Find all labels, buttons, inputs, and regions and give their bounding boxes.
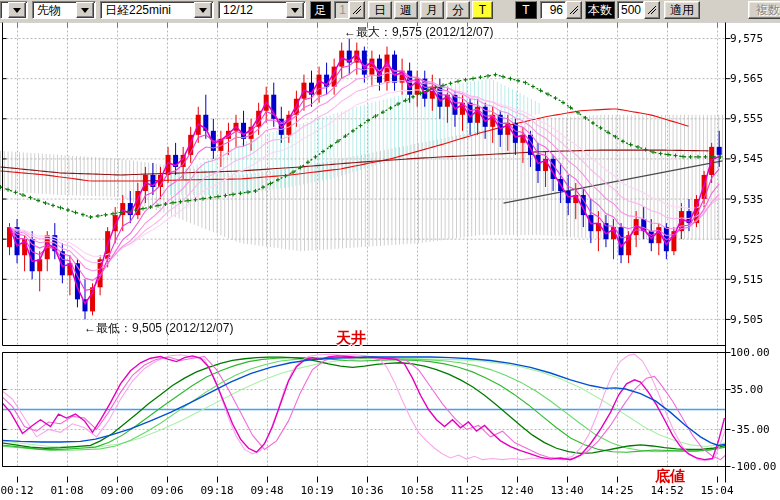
period-button-3[interactable]: 分 (446, 1, 470, 19)
period-button-2[interactable]: 月 (420, 1, 444, 19)
diagonal-spin-icon (352, 5, 362, 15)
bar-count-spinner-button[interactable] (644, 1, 660, 19)
oscillator-label: -35.00 (730, 423, 778, 436)
diagonal-spin-icon (647, 5, 657, 15)
chevron-down-icon[interactable] (8, 2, 26, 18)
t-value-spinner-button[interactable] (566, 1, 582, 19)
time-label: 09:18 (197, 484, 237, 497)
main-price-label: 9,535 (730, 193, 778, 206)
multi-symbol-button[interactable]: 複数銘柄 (748, 1, 780, 19)
chevron-down-icon[interactable] (286, 2, 304, 18)
interval-spinner-button[interactable] (349, 1, 365, 19)
chart-application-window: 先物 日経225mini 12/12 足 1 日週月分 T T 96 本数 50… (0, 0, 780, 500)
time-label: 09:06 (147, 484, 187, 497)
main-price-label: 9,555 (730, 112, 778, 125)
symbol-category-combobox[interactable]: 先物 (32, 1, 96, 19)
t-mode-button[interactable]: T (515, 1, 537, 19)
main-price-label: 9,525 (730, 233, 778, 246)
period-button-1[interactable]: 週 (394, 1, 418, 19)
chevron-down-icon[interactable] (194, 2, 212, 18)
main-price-label: 9,505 (730, 313, 778, 326)
main-price-label: 9,575 (730, 32, 778, 45)
symbol-name-combobox[interactable]: 日経225mini (100, 1, 214, 19)
oscillator-label: -100.00 (730, 460, 778, 473)
time-label: 14:25 (597, 484, 637, 497)
oscillator-label: 100.00 (730, 346, 778, 359)
ashi-button[interactable]: 足 (310, 1, 331, 19)
t-value-field[interactable]: 96 (540, 1, 566, 19)
interval-field[interactable]: 1 (334, 1, 349, 19)
bar-count-label-button[interactable]: 本数 (585, 1, 615, 19)
ceiling-annotation: 天井 (336, 329, 366, 348)
tick-toggle-button[interactable]: T (472, 1, 493, 19)
time-label: 13:40 (547, 484, 587, 497)
apply-button[interactable]: 適用 (664, 1, 700, 19)
diagonal-spin-icon (569, 5, 579, 15)
time-label: 01:08 (47, 484, 87, 497)
main-price-label: 9,565 (730, 72, 778, 85)
time-label: 15:04 (697, 484, 737, 497)
symbol-category-value: 先物 (33, 2, 76, 18)
time-label: 09:00 (97, 484, 137, 497)
bar-count-field[interactable]: 500 (617, 1, 644, 19)
time-label: 11:25 (447, 484, 487, 497)
symbol-name-value: 日経225mini (101, 2, 194, 18)
min-price-annotation: ←最低：9,505 (2012/12/07) (84, 320, 233, 337)
floor-annotation: 底値 (655, 467, 685, 486)
time-label: 10:19 (297, 484, 337, 497)
chart-canvas[interactable] (0, 22, 780, 500)
chevron-down-icon[interactable] (76, 2, 94, 18)
oscillator-label: 35.00 (730, 383, 778, 396)
date-combobox[interactable]: 12/12 (218, 1, 306, 19)
time-label: 10:36 (347, 484, 387, 497)
max-price-annotation: ←最大：9,575 (2012/12/07) (344, 24, 493, 41)
time-label: 09:48 (247, 484, 287, 497)
time-label: 00:12 (0, 484, 37, 497)
toolbar: 先物 日経225mini 12/12 足 1 日週月分 T T 96 本数 50… (0, 0, 780, 23)
date-value: 12/12 (219, 2, 286, 18)
clipped-combobox[interactable] (0, 1, 28, 19)
period-button-0[interactable]: 日 (368, 1, 392, 19)
time-label: 12:40 (497, 484, 537, 497)
time-label: 10:58 (397, 484, 437, 497)
main-price-label: 9,515 (730, 273, 778, 286)
main-price-label: 9,545 (730, 152, 778, 165)
